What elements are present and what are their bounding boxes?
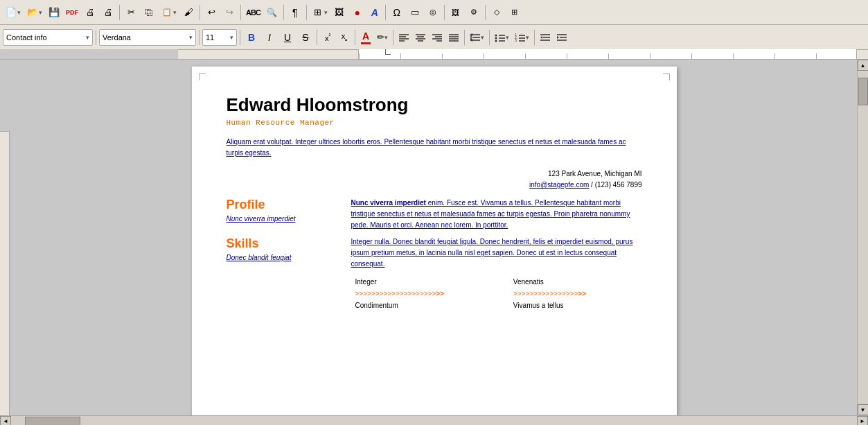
align-left-button[interactable] (396, 28, 411, 46)
svg-marker-37 (540, 36, 542, 39)
corner-mark-tr (663, 73, 670, 80)
horizontal-scrollbar[interactable]: ◄ ► (0, 415, 868, 425)
format-paintbrush-button[interactable]: 🖌 (180, 3, 197, 21)
font-color-button[interactable]: A (358, 28, 373, 46)
print-button[interactable]: 🖨 (82, 3, 98, 21)
paste-button[interactable]: 📋 ▾ (159, 3, 179, 21)
sep14 (393, 30, 393, 45)
paintbrush-icon: 🖌 (182, 6, 195, 19)
cut-button[interactable]: ✂ (123, 3, 139, 21)
more-button[interactable]: ⊞ (506, 3, 523, 21)
sep16 (489, 30, 490, 45)
sep15 (464, 30, 465, 45)
font-size-dropdown[interactable]: 11 ▾ (202, 29, 237, 46)
align-right-button[interactable] (429, 28, 445, 46)
sep13 (355, 30, 355, 45)
document-job-title: Human Resource Manager (227, 119, 642, 127)
underline-button[interactable]: U (279, 28, 296, 46)
print-preview-button[interactable]: 🖨 (100, 3, 116, 21)
insert-chart-button[interactable]: ● (349, 3, 366, 21)
contact-phone: / (123) 456 7899 (591, 181, 641, 189)
font-dropdown-arrow: ▾ (189, 34, 193, 41)
paragraph-style-dropdown[interactable]: Contact info ▾ (3, 29, 93, 46)
strikethrough-button[interactable]: S (297, 28, 314, 46)
insert-table-button[interactable]: ⊞ ▾ (310, 3, 330, 21)
navigator-button[interactable]: ◎ (425, 3, 441, 21)
textbox-button[interactable]: ▭ (407, 3, 423, 21)
find-icon: 🔍 (266, 6, 278, 19)
paragraph-style-value: Contact info (6, 33, 85, 42)
sep6 (385, 5, 386, 20)
new-button[interactable]: 📄 ▾ (3, 3, 23, 21)
skill-condimentum-label: Condimentum (353, 300, 509, 311)
open-button[interactable]: 📂 ▾ (24, 3, 44, 21)
scroll-up-button[interactable]: ▲ (858, 60, 869, 71)
vertical-scrollbar[interactable]: ▲ ▼ (857, 60, 868, 415)
redo-button[interactable]: ↪ (221, 3, 238, 21)
open-icon: 📂 (26, 6, 39, 19)
contact-email-phone: info@stagepfe.com / (123) 456 7899 (227, 180, 642, 191)
highlight-button[interactable]: ✏ ▾ (375, 28, 390, 46)
navigator-icon: ◎ (427, 6, 439, 19)
insert-image-button[interactable]: 🖼 (331, 3, 348, 21)
increase-indent-button[interactable] (554, 28, 569, 46)
pdf-export-button[interactable]: PDF (64, 3, 80, 21)
sep17 (534, 30, 535, 45)
scroll-track[interactable] (858, 71, 868, 404)
spellcheck-button[interactable]: ABC (244, 3, 263, 21)
h-scroll-track[interactable] (11, 416, 857, 426)
subscript-button[interactable]: x₂ (337, 28, 352, 46)
scroll-down-button[interactable]: ▼ (858, 404, 869, 415)
scroll-right-button[interactable]: ► (857, 416, 868, 426)
ruler (0, 50, 868, 60)
save-button[interactable]: 💾 (46, 3, 62, 21)
undo-button[interactable]: ↩ (203, 3, 220, 21)
paste-icon: 📋 (161, 6, 173, 19)
pilcrow-button[interactable]: ¶ (287, 3, 303, 21)
profile-section: Profile Nunc viverra imperdiet Nunc vive… (227, 198, 642, 231)
decrease-indent-button[interactable] (538, 28, 553, 46)
align-center-icon (415, 33, 426, 42)
profile-heading: Profile (227, 198, 351, 212)
special-char-icon: Ω (391, 6, 403, 19)
skills-heading: Skills (227, 236, 351, 251)
fontwork-button[interactable]: A (367, 3, 382, 21)
size-dropdown-arrow: ▾ (230, 34, 233, 41)
print-icon: 🖨 (84, 6, 96, 19)
justify-icon (448, 33, 459, 42)
find-button[interactable]: 🔍 (264, 3, 281, 21)
document-page[interactable]: Edward Hloomstrong Human Resource Manage… (192, 67, 677, 415)
unordered-list-button[interactable]: ▾ (493, 28, 511, 46)
italic-button[interactable]: I (261, 28, 278, 46)
italic-icon: I (268, 32, 271, 43)
contact-email[interactable]: info@stagepfe.com (529, 181, 589, 189)
align-center-button[interactable] (413, 28, 428, 46)
ordered-list-button[interactable]: 1. 2. 3. ▾ (513, 28, 531, 46)
profile-subheading: Nunc viverra imperdiet (227, 215, 351, 223)
toolbar-formatting: Contact info ▾ Verdana ▾ 11 ▾ B I U S x²… (0, 25, 868, 50)
h-scroll-thumb[interactable] (25, 417, 80, 426)
skill-venenatis-label: Venenatis (511, 277, 641, 287)
shapes-icon: ◇ (490, 6, 503, 19)
ruler-document-area (358, 49, 858, 59)
undo-icon: ↩ (205, 6, 218, 19)
macro-button[interactable]: ⚙ (466, 3, 482, 21)
table-icon: ⊞ (312, 6, 324, 19)
copy-button[interactable]: ⿻ (141, 3, 157, 21)
superscript-button[interactable]: x² (320, 28, 335, 46)
gallery-button[interactable]: 🖼 (448, 3, 464, 21)
bold-button[interactable]: B (243, 28, 260, 46)
special-char-button[interactable]: Ω (389, 3, 405, 21)
document-area[interactable]: Edward Hloomstrong Human Resource Manage… (11, 60, 857, 415)
underline-icon: U (284, 32, 291, 43)
ordered-list-icon: 1. 2. 3. (515, 33, 526, 42)
contact-info: 123 Park Avenue, Michigan MI info@stagep… (227, 168, 642, 191)
skill-integer-label: Integer (353, 277, 509, 287)
svg-text:3.: 3. (515, 38, 517, 42)
shapes-button[interactable]: ◇ (488, 3, 505, 21)
scroll-thumb[interactable] (858, 78, 868, 105)
scroll-left-button[interactable]: ◄ (0, 416, 11, 426)
justify-button[interactable] (446, 28, 461, 46)
font-name-dropdown[interactable]: Verdana ▾ (99, 29, 196, 46)
line-spacing-button[interactable]: ▾ (468, 28, 486, 46)
